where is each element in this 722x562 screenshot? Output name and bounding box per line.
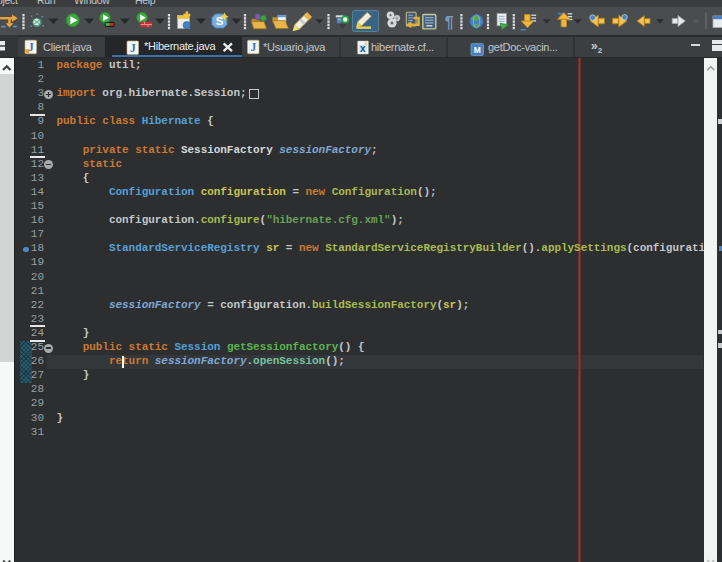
svg-text:M: M	[474, 45, 481, 55]
svg-text:x: x	[360, 43, 366, 54]
svg-text:J: J	[251, 41, 257, 53]
svg-text:J: J	[130, 42, 136, 54]
svg-text:¶: ¶	[445, 14, 454, 31]
